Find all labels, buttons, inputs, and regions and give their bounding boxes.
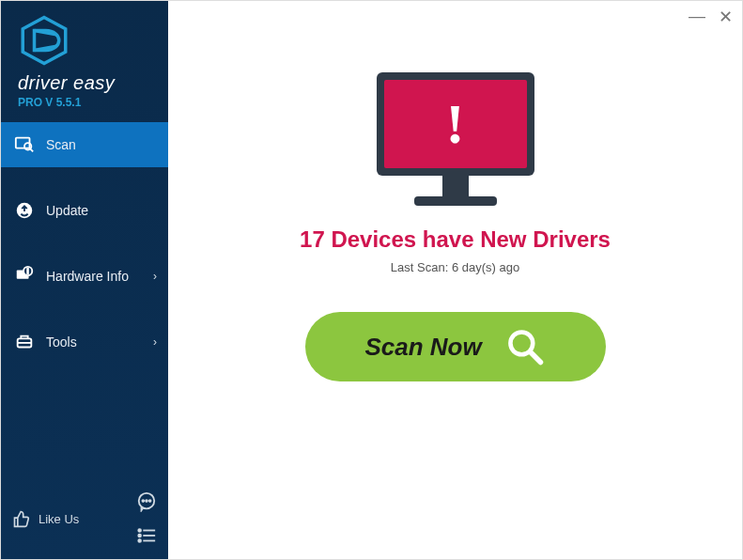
svg-point-16 — [138, 535, 141, 537]
nav-update-label: Update — [46, 203, 88, 218]
close-button[interactable]: ✕ — [719, 7, 733, 27]
nav-update[interactable]: Update — [1, 188, 168, 233]
svg-point-14 — [138, 529, 141, 532]
feedback-icon[interactable] — [136, 491, 157, 512]
update-icon — [14, 200, 35, 221]
svg-point-11 — [142, 500, 144, 502]
scan-icon — [14, 134, 35, 155]
nav-tools[interactable]: Tools › — [1, 319, 168, 365]
thumbs-up-icon — [12, 509, 31, 528]
sidebar: driver easy PRO V 5.5.1 Scan Update i — [1, 1, 168, 559]
like-us-label: Like Us — [39, 512, 79, 526]
exclamation-icon: ! — [446, 92, 465, 157]
nav-hardware-label: Hardware Info — [46, 269, 129, 284]
nav-scan-label: Scan — [46, 137, 76, 152]
sidebar-nav: Scan Update i Hardware Info › Tools — [1, 122, 168, 385]
svg-line-3 — [30, 149, 33, 152]
app-window: — ✕ driver easy PRO V 5.5.1 Scan — [0, 0, 743, 560]
brand-block: driver easy PRO V 5.5.1 — [1, 1, 168, 118]
chevron-right-icon: › — [153, 270, 157, 283]
status-graphic: ! — [377, 72, 534, 206]
last-scan-text: Last Scan: 6 day(s) ago — [391, 260, 519, 274]
brand-name: driver easy — [18, 72, 151, 94]
alert-screen: ! — [384, 80, 527, 168]
tools-icon — [14, 332, 35, 352]
monitor-base — [414, 196, 497, 206]
svg-point-13 — [149, 500, 151, 502]
menu-list-icon[interactable] — [136, 525, 157, 546]
scan-result-headline: 17 Devices have New Drivers — [300, 226, 611, 253]
main-panel: ! 17 Devices have New Drivers Last Scan:… — [168, 1, 742, 559]
nav-scan[interactable]: Scan — [1, 122, 168, 167]
sidebar-footer: Like Us — [1, 482, 168, 559]
svg-line-21 — [530, 352, 540, 363]
window-controls: — ✕ — [689, 7, 733, 27]
hardware-info-icon: i — [14, 266, 35, 287]
monitor-icon: ! — [377, 72, 534, 176]
magnifier-icon — [504, 326, 546, 367]
brand-version: PRO V 5.5.1 — [18, 96, 151, 109]
svg-point-18 — [138, 539, 141, 542]
minimize-button[interactable]: — — [689, 7, 705, 27]
svg-point-12 — [146, 500, 147, 502]
app-logo-icon — [18, 14, 70, 67]
nav-tools-label: Tools — [46, 334, 77, 350]
like-us-button[interactable]: Like Us — [12, 509, 79, 528]
monitor-stand — [442, 176, 469, 196]
nav-hardware[interactable]: i Hardware Info › — [1, 254, 168, 299]
chevron-right-icon: › — [153, 335, 157, 349]
scan-now-button[interactable]: Scan Now — [305, 312, 606, 381]
scan-now-label: Scan Now — [364, 333, 481, 362]
